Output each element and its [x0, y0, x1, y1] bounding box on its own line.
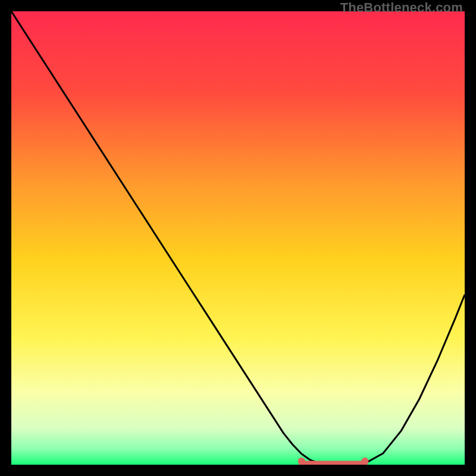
optimal-region-marker: [302, 461, 365, 464]
watermark-text: TheBottleneck.com: [340, 0, 463, 15]
bottleneck-chart: [11, 11, 465, 465]
optimal-region-endpoint-right: [361, 458, 368, 465]
chart-frame: [11, 11, 465, 465]
gradient-background: [11, 11, 465, 465]
optimal-region-endpoint-left: [298, 458, 305, 465]
